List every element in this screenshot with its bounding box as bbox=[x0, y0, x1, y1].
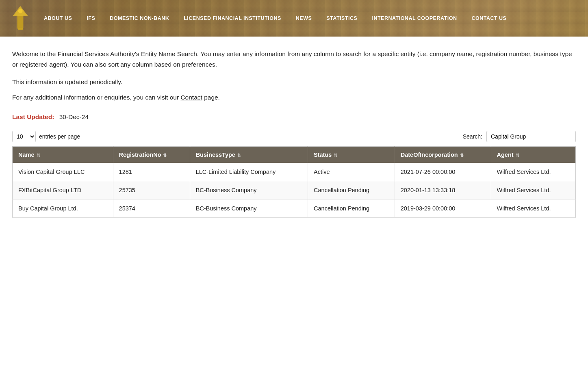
cell-name: FXBitCapital Group LTD bbox=[13, 181, 113, 199]
cell-date-of-incorporation: 2021-07-26 00:00:00 bbox=[395, 163, 491, 181]
nav-item-domestic-non-bank[interactable]: DOMESTIC NON-BANK bbox=[102, 15, 176, 21]
last-updated: Last Updated: 30-Dec-24 bbox=[12, 113, 576, 121]
main-content: Welcome to the Financial Services Author… bbox=[0, 37, 588, 234]
table-row: Vision Capital Group LLC1281LLC-Limited … bbox=[13, 163, 576, 181]
col-header-agent[interactable]: Agent⇅ bbox=[491, 146, 575, 163]
nav-item-statistics[interactable]: STATISTICS bbox=[319, 15, 365, 21]
last-updated-date: 30-Dec-24 bbox=[59, 113, 89, 120]
nav-item-ifs[interactable]: IFS bbox=[79, 15, 102, 21]
entries-per-page-select[interactable]: 102550100 bbox=[12, 131, 36, 142]
cell-agent: Wilfred Services Ltd. bbox=[491, 199, 575, 217]
col-header-name[interactable]: Name⇅ bbox=[13, 146, 113, 163]
cell-registration-no: 25735 bbox=[113, 181, 190, 199]
sort-icon: ⇅ bbox=[237, 153, 241, 158]
last-updated-label: Last Updated: bbox=[12, 113, 54, 120]
logo-icon bbox=[8, 5, 33, 32]
cell-status: Cancellation Pending bbox=[308, 181, 395, 199]
nav-item-about-us[interactable]: ABOUT US bbox=[37, 15, 79, 21]
search-label: Search: bbox=[463, 133, 482, 140]
svg-point-2 bbox=[18, 9, 22, 13]
sort-icon: ⇅ bbox=[334, 153, 337, 158]
nav-item-international-cooperation[interactable]: INTERNATIONAL COOPERATION bbox=[365, 15, 464, 21]
table-body: Vision Capital Group LLC1281LLC-Limited … bbox=[13, 163, 576, 218]
cell-date-of-incorporation: 2019-03-29 00:00:00 bbox=[395, 199, 491, 217]
table-row: FXBitCapital Group LTD25735BC-Business C… bbox=[13, 181, 576, 199]
cell-business-type: LLC-Limited Liability Company bbox=[190, 163, 308, 181]
cell-status: Cancellation Pending bbox=[308, 199, 395, 217]
site-logo[interactable] bbox=[8, 5, 33, 32]
col-header-status[interactable]: Status⇅ bbox=[308, 146, 395, 163]
cell-registration-no: 1281 bbox=[113, 163, 190, 181]
cell-name: Buy Capital Group Ltd. bbox=[13, 199, 113, 217]
sort-icon: ⇅ bbox=[460, 153, 464, 158]
contact-text-after: page. bbox=[202, 94, 220, 101]
sort-icon: ⇅ bbox=[163, 153, 167, 158]
cell-name: Vision Capital Group LLC bbox=[13, 163, 113, 181]
cell-agent: Wilfred Services Ltd. bbox=[491, 163, 575, 181]
contact-link[interactable]: Contact bbox=[180, 94, 202, 101]
entries-per-page-label: entries per page bbox=[39, 133, 80, 140]
table-row: Buy Capital Group Ltd.25374BC-Business C… bbox=[13, 199, 576, 217]
nav-item-contact-us[interactable]: CONTACT US bbox=[464, 15, 514, 21]
search-right: Search: bbox=[463, 131, 576, 142]
table-controls: 102550100 entries per page Search: bbox=[12, 131, 576, 142]
entries-left: 102550100 entries per page bbox=[12, 131, 80, 142]
sort-icon: ⇅ bbox=[516, 153, 519, 158]
cell-registration-no: 25374 bbox=[113, 199, 190, 217]
intro-paragraph: Welcome to the Financial Services Author… bbox=[12, 49, 576, 70]
search-input[interactable] bbox=[486, 131, 576, 142]
update-paragraph: This information is updated periodically… bbox=[12, 78, 576, 86]
site-header: ABOUT USIFSDOMESTIC NON-BANKLICENSED FIN… bbox=[0, 0, 588, 37]
cell-status: Active bbox=[308, 163, 395, 181]
nav-item-news[interactable]: NEWS bbox=[289, 15, 319, 21]
table-header: Name⇅RegistrationNo⇅BusinessType⇅Status⇅… bbox=[13, 146, 576, 163]
svg-marker-3 bbox=[17, 28, 24, 30]
cell-business-type: BC-Business Company bbox=[190, 199, 308, 217]
col-header-business-type[interactable]: BusinessType⇅ bbox=[190, 146, 308, 163]
cell-agent: Wilfred Services Ltd. bbox=[491, 181, 575, 199]
cell-business-type: BC-Business Company bbox=[190, 181, 308, 199]
main-nav: ABOUT USIFSDOMESTIC NON-BANKLICENSED FIN… bbox=[37, 15, 514, 21]
sort-icon: ⇅ bbox=[37, 153, 40, 158]
col-header-date-of-incorporation[interactable]: DateOfIncorporation⇅ bbox=[395, 146, 491, 163]
entity-table: Name⇅RegistrationNo⇅BusinessType⇅Status⇅… bbox=[12, 146, 576, 218]
nav-item-licensed-financial-institutions[interactable]: LICENSED FINANCIAL INSTITUTIONS bbox=[176, 15, 289, 21]
col-header-registration-no[interactable]: RegistrationNo⇅ bbox=[113, 146, 190, 163]
cell-date-of-incorporation: 2020-01-13 13:33:18 bbox=[395, 181, 491, 199]
contact-text-before: For any additional information or enquir… bbox=[12, 94, 180, 101]
contact-paragraph: For any additional information or enquir… bbox=[12, 94, 576, 101]
